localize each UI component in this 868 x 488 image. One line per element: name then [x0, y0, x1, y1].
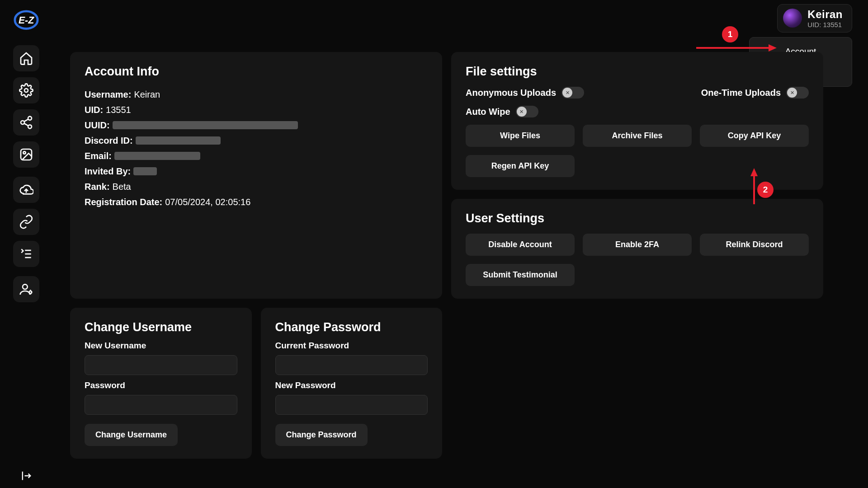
account-info-title: Account Info	[85, 65, 428, 79]
new-password-input[interactable]	[275, 395, 428, 415]
svg-point-3	[28, 117, 32, 120]
svg-line-6	[24, 119, 28, 122]
file-settings-title: File settings	[466, 65, 809, 79]
svg-point-9	[23, 151, 25, 154]
user-settings-title: User Settings	[466, 211, 809, 225]
change-username-button[interactable]: Change Username	[85, 424, 178, 446]
svg-point-14	[29, 291, 31, 293]
username-password-input[interactable]	[85, 395, 237, 415]
auto-wipe-toggle[interactable]: ✕	[516, 106, 538, 117]
onetime-uploads-toggle[interactable]: ✕	[786, 87, 809, 99]
discord-redacted	[136, 136, 221, 145]
change-username-card: Change Username New Username Password Ch…	[70, 308, 252, 459]
nav-collapse[interactable]	[0, 463, 52, 488]
submit-testimonial-button[interactable]: Submit Testimonial	[466, 264, 575, 286]
enable-2fa-button[interactable]: Enable 2FA	[583, 234, 692, 256]
email-redacted	[114, 152, 200, 160]
onetime-uploads-label: One-Time Uploads	[701, 88, 781, 98]
svg-point-4	[21, 121, 24, 124]
change-password-button[interactable]: Change Password	[275, 424, 368, 446]
change-username-title: Change Username	[85, 320, 237, 334]
username-password-label: Password	[85, 380, 237, 390]
new-username-input[interactable]	[85, 355, 237, 375]
disable-account-button[interactable]: Disable Account	[466, 234, 575, 256]
archive-files-button[interactable]: Archive Files	[583, 125, 692, 147]
account-info-card: Account Info Username: Keiran UID: 13551…	[70, 52, 442, 299]
anon-uploads-label: Anonymous Uploads	[466, 88, 556, 98]
nav-home[interactable]	[13, 45, 39, 71]
current-password-input[interactable]	[275, 355, 428, 375]
wipe-files-button[interactable]: Wipe Files	[466, 125, 575, 147]
nav-paste[interactable]	[13, 241, 39, 267]
svg-text:E-Z: E-Z	[18, 15, 34, 26]
regen-api-key-button[interactable]: Regen API Key	[466, 155, 575, 177]
svg-line-7	[24, 123, 28, 126]
change-password-card: Change Password Current Password New Pas…	[261, 308, 443, 459]
new-password-label: New Password	[275, 380, 428, 390]
nav-settings[interactable]	[13, 77, 39, 103]
current-password-label: Current Password	[275, 341, 428, 351]
uuid-redacted	[113, 121, 298, 129]
relink-discord-button[interactable]: Relink Discord	[700, 234, 809, 256]
user-settings-card: User Settings Disable Account Enable 2FA…	[451, 199, 823, 299]
svg-point-2	[24, 89, 28, 92]
invited-redacted	[133, 167, 157, 175]
copy-api-key-button[interactable]: Copy API Key	[700, 125, 809, 147]
svg-point-5	[28, 125, 32, 128]
nav-upload[interactable]	[13, 177, 39, 203]
change-password-title: Change Password	[275, 320, 428, 334]
sidebar: E-Z	[0, 0, 52, 488]
main-content: Account Info Username: Keiran UID: 13551…	[52, 0, 868, 488]
nav-admin[interactable]	[13, 276, 39, 302]
new-username-label: New Username	[85, 341, 237, 351]
nav-image[interactable]	[13, 141, 39, 168]
nav-share[interactable]	[13, 109, 39, 136]
file-settings-card: File settings Anonymous Uploads ✕ One-Ti…	[451, 52, 823, 190]
app-logo: E-Z	[13, 9, 39, 31]
anon-uploads-toggle[interactable]: ✕	[561, 87, 584, 99]
auto-wipe-label: Auto Wipe	[466, 107, 510, 117]
svg-point-13	[23, 284, 28, 289]
nav-link[interactable]	[13, 209, 39, 235]
